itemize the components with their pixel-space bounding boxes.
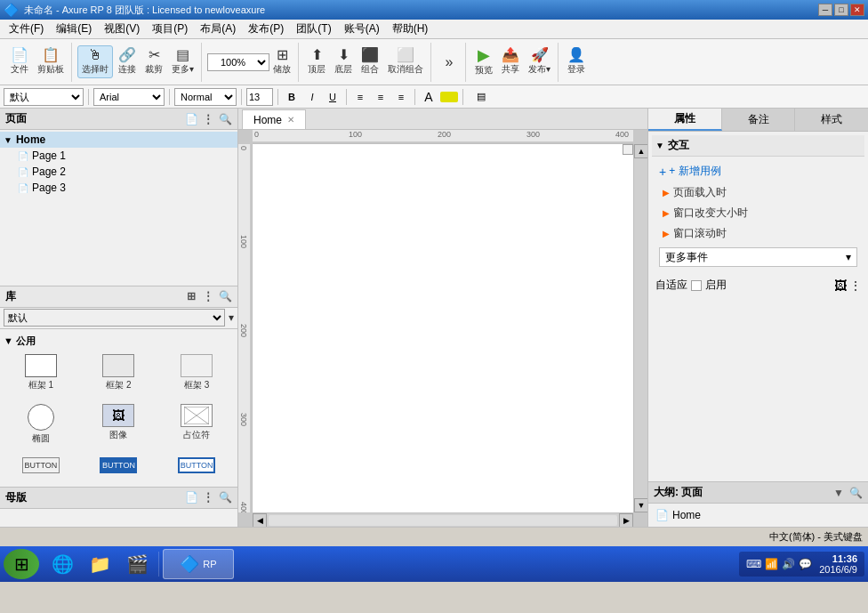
preview-button[interactable]: ▶ 预览 <box>471 45 496 78</box>
menu-publish[interactable]: 发布(P) <box>243 20 289 38</box>
scroll-left-arrow[interactable]: ◀ <box>253 513 267 528</box>
page-item-2[interactable]: 📄 Page 2 <box>0 164 237 180</box>
ungroup-button[interactable]: ⬜ 取消组合 <box>384 46 427 77</box>
lib-item-btn3[interactable]: BUTTON <box>159 453 234 480</box>
bg-color-button[interactable] <box>440 92 458 102</box>
adaptive-more-icon[interactable]: ⋮ <box>850 279 861 292</box>
lib-item-box3[interactable]: 框架 3 <box>159 350 234 396</box>
library-dropdown-arrow[interactable]: ▾ <box>229 311 234 324</box>
pages-tree-root[interactable]: ▼ Home <box>0 132 237 148</box>
more-format-button[interactable]: ▤ <box>468 88 494 106</box>
canvas-tab-close[interactable]: ✕ <box>287 115 294 125</box>
menu-account[interactable]: 账号(A) <box>339 20 385 38</box>
add-interaction-button[interactable]: + + 新增用例 <box>655 160 861 182</box>
lib-item-box2[interactable]: 框架 2 <box>82 350 157 396</box>
page-item-3[interactable]: 📄 Page 3 <box>0 180 237 196</box>
publish-button[interactable]: 🚀 发布▾ <box>525 46 554 77</box>
lib-item-image[interactable]: 🖼 图像 <box>82 399 157 449</box>
underline-button[interactable]: U <box>324 88 342 106</box>
connect-button[interactable]: 🔗 连接 <box>115 46 140 77</box>
canvas-scrollbar-h[interactable]: ◀ ▶ <box>253 512 633 527</box>
login-button[interactable]: 👤 登录 <box>564 46 589 77</box>
canvas-scroll[interactable]: 0 100 200 300 400 0 100 200 300 400 <box>238 130 647 527</box>
bold-button[interactable]: B <box>283 88 301 106</box>
event-on-resize[interactable]: ▶ 窗口改变大小时 <box>655 203 861 223</box>
adaptive-checkbox[interactable] <box>691 280 702 291</box>
more-tools-button[interactable]: » <box>437 53 462 71</box>
pages-more-icon[interactable]: ⋮ <box>201 112 215 126</box>
tab-style[interactable]: 样式 <box>795 109 868 131</box>
title-bar-controls[interactable]: ─ □ ✕ <box>818 4 864 16</box>
menu-team[interactable]: 团队(T) <box>291 20 336 38</box>
scroll-down-arrow[interactable]: ▼ <box>634 498 647 512</box>
library-add-icon[interactable]: ⊞ <box>184 289 198 303</box>
more-events-dropdown[interactable]: 更多事件 ▾ <box>659 247 857 267</box>
zoom-control[interactable]: 100% 50% 200% <box>207 53 269 71</box>
minimize-button[interactable]: ─ <box>818 4 832 16</box>
crop-button[interactable]: ✂ 裁剪 <box>141 46 166 77</box>
pages-add-icon[interactable]: 📄 <box>184 112 198 126</box>
start-button[interactable]: ⊞ <box>4 549 39 579</box>
event-on-scroll[interactable]: ▶ 窗口滚动时 <box>655 223 861 244</box>
taskbar-ie[interactable]: 🌐 <box>44 549 80 579</box>
adaptive-settings-icon[interactable]: 🖼 <box>834 278 847 293</box>
color-button[interactable]: A <box>420 88 438 106</box>
library-search-icon[interactable]: 🔍 <box>218 289 232 303</box>
share-button[interactable]: 📤 共享 <box>498 46 523 77</box>
library-dropdown[interactable]: 默认 <box>4 309 225 327</box>
zoom-fit-button[interactable]: ⊞ 储放 <box>269 46 294 77</box>
menu-view[interactable]: 视图(V) <box>99 20 145 38</box>
lib-item-ellipse[interactable]: 椭圆 <box>4 399 78 449</box>
menu-layout[interactable]: 布局(A) <box>195 20 241 38</box>
style-select[interactable]: 默认 <box>4 88 84 106</box>
select-button[interactable]: 🖱 选择时 <box>77 45 113 78</box>
menu-file[interactable]: 文件(F) <box>4 20 49 38</box>
lib-item-btn1[interactable]: BUTTON <box>4 453 78 480</box>
zoom-select[interactable]: 100% 50% 200% <box>207 53 269 71</box>
clipboard-button[interactable]: 📋 剪贴板 <box>34 46 68 77</box>
lib-item-placeholder[interactable]: 占位符 <box>159 399 234 449</box>
align-left-button[interactable]: ≡ <box>351 88 369 106</box>
group-button[interactable]: ⬛ 组合 <box>358 46 382 77</box>
tab-properties[interactable]: 属性 <box>648 109 722 131</box>
masters-more-icon[interactable]: ⋮ <box>201 490 215 504</box>
outline-filter-icon[interactable]: ▼ <box>832 486 846 500</box>
maximize-button[interactable]: □ <box>834 4 848 16</box>
send-back-button[interactable]: ⬇ 底层 <box>331 46 356 77</box>
lib-item-box1[interactable]: 框架 1 <box>4 350 78 396</box>
menu-help[interactable]: 帮助(H) <box>387 20 434 38</box>
lib-item-btn2[interactable]: BUTTON <box>82 453 157 480</box>
canvas-tab-home[interactable]: Home ✕ <box>242 109 306 129</box>
menu-project[interactable]: 项目(P) <box>147 20 193 38</box>
canvas-scrollbar-v[interactable]: ▲ ▼ <box>633 144 647 512</box>
event-on-load[interactable]: ▶ 页面载入时 <box>655 182 861 203</box>
more-button[interactable]: ▤ 更多▾ <box>168 46 197 77</box>
scroll-h-track[interactable] <box>269 515 617 526</box>
taskbar-explorer[interactable]: 📁 <box>82 549 117 579</box>
close-button[interactable]: ✕ <box>850 4 864 16</box>
scroll-up-arrow[interactable]: ▲ <box>634 144 647 158</box>
new-button[interactable]: 📄 文件 <box>7 46 32 77</box>
align-right-button[interactable]: ≡ <box>392 88 410 106</box>
library-more-icon[interactable]: ⋮ <box>201 289 215 303</box>
bring-front-button[interactable]: ⬆ 顶层 <box>304 46 329 77</box>
weight-select[interactable]: Normal <box>174 88 237 106</box>
scroll-right-arrow[interactable]: ▶ <box>619 513 633 528</box>
align-center-button[interactable]: ≡ <box>372 88 390 106</box>
masters-search-icon[interactable]: 🔍 <box>218 490 232 504</box>
page-item-1[interactable]: 📄 Page 1 <box>0 148 237 164</box>
taskbar-media[interactable]: 🎬 <box>119 549 155 579</box>
italic-button[interactable]: I <box>303 88 321 106</box>
pages-search-icon[interactable]: 🔍 <box>218 112 232 126</box>
section-toggle-icon[interactable]: ▼ <box>4 335 13 346</box>
tab-notes[interactable]: 备注 <box>722 109 796 131</box>
interaction-section-header[interactable]: ▼ 交互 <box>652 135 864 157</box>
menu-edit[interactable]: 编辑(E) <box>51 20 97 38</box>
font-select[interactable]: Arial <box>93 88 165 106</box>
outline-item-home[interactable]: 📄 Home <box>652 507 864 523</box>
canvas-content[interactable]: ↖ <box>253 144 633 512</box>
outline-search-icon[interactable]: 🔍 <box>848 486 863 500</box>
font-size-input[interactable] <box>246 88 273 106</box>
masters-add-icon[interactable]: 📄 <box>184 490 198 504</box>
taskbar-axure[interactable]: 🔷 RP <box>163 549 234 579</box>
